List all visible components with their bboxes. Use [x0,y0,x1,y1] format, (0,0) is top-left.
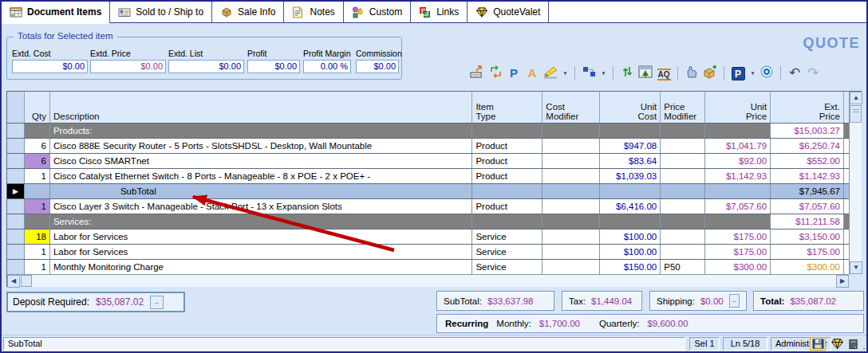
redo-button[interactable]: ↷ [805,65,821,82]
pflag-button[interactable]: P [730,65,746,82]
horizontal-scrollbar[interactable]: ◀ ▶ [7,274,849,287]
cell-cost-modifier[interactable] [542,245,600,259]
cell-ext-price[interactable]: $11,211.58 [771,214,844,229]
row-indicator[interactable] [7,199,25,214]
shipping-more-button[interactable]: .. [729,294,740,308]
cell-qty[interactable]: 1 [25,169,50,183]
cell-unit-cost[interactable]: $100.00 [600,245,661,259]
table-row[interactable]: 1Labor for ServicesService$100.00$175.00… [7,245,849,260]
cell-unit-price[interactable] [705,184,771,198]
field-value[interactable]: $0.00 [356,60,399,73]
cell-description[interactable]: Cisco Layer 3 Switch - Manageable - Stac… [50,199,472,214]
cell-unit-price[interactable] [705,214,771,229]
cell-unit-cost[interactable]: $150.00 [600,260,661,274]
header-row-indicator[interactable] [7,92,25,123]
cell-item-type[interactable]: Product [472,199,542,214]
cell-unit-cost[interactable]: $947.08 [600,139,661,153]
row-indicator[interactable] [7,245,25,259]
table-row[interactable]: 1Monthly Monitoring ChargeService$150.00… [7,260,849,274]
row-indicator[interactable] [7,169,25,183]
deposit-more-button[interactable]: .. [150,296,164,309]
cell-item-type[interactable]: Service [472,245,542,259]
cell-item-type[interactable]: Product [472,139,542,153]
field-value[interactable]: $0.00 [247,60,300,73]
table-row[interactable]: 1Cisco Catalyst Ethernet Switch - 8 Port… [7,169,849,184]
cell-qty[interactable] [25,184,50,198]
highlight-button[interactable] [542,65,558,82]
cell-item-type[interactable]: Service [472,260,542,274]
cell-unit-cost[interactable] [600,184,661,198]
cell-unit-price[interactable] [705,124,771,138]
cell-qty[interactable]: 6 [25,154,50,168]
tab-notes[interactable]: Notes [284,2,343,22]
cell-cost-modifier[interactable] [542,214,600,229]
cell-qty[interactable]: 6 [25,139,50,153]
tab-sale-info[interactable]: Sale Info [212,2,284,22]
table-row[interactable]: 1Cisco Layer 3 Switch - Manageable - Sta… [7,199,849,214]
group-row[interactable]: Products:$15,003.27 [7,124,849,139]
cell-qty[interactable]: 1 [25,199,50,214]
cell-price-modifier[interactable] [661,245,705,259]
subtotal-row[interactable]: ▶SubTotal$7,945.67 [7,184,849,199]
cell-price-modifier[interactable] [661,184,705,198]
cell-price-modifier[interactable] [661,169,705,183]
row-indicator[interactable] [7,260,25,274]
cell-ext-price[interactable]: $3,150.00 [771,229,844,244]
link-items-button[interactable] [581,65,597,82]
cell-unit-cost[interactable] [600,214,661,229]
cell-description[interactable]: Products: [50,124,472,138]
cell-price-modifier[interactable] [661,229,705,244]
cell-unit-cost[interactable]: $1,039.03 [600,169,661,183]
cell-item-type[interactable]: Service [472,229,542,244]
cell-price-modifier[interactable] [661,154,705,168]
cell-price-modifier[interactable]: P50 [661,260,705,274]
price-modifier-button[interactable]: P [506,65,522,82]
cell-unit-price[interactable]: $92.00 [705,154,771,168]
dropdown-arrow-icon[interactable]: ▼ [748,65,756,82]
add-package-button[interactable] [702,65,718,82]
scroll-down-button[interactable]: ▼ [850,261,862,274]
row-indicator[interactable] [7,229,25,244]
field-value[interactable]: $0.00 [12,60,88,73]
cell-ext-price[interactable]: $7,057.60 [771,199,844,214]
row-indicator[interactable] [7,214,25,229]
cell-description[interactable]: Services: [50,214,472,229]
table-row[interactable]: 6Cisco 888E Security Router - 5 Ports - … [7,139,849,154]
cell-price-modifier[interactable] [661,214,705,229]
cell-cost-modifier[interactable] [542,154,600,168]
cell-item-type[interactable] [472,124,542,138]
cell-item-type[interactable] [472,184,542,198]
cell-ext-price[interactable]: $1,142.93 [771,169,844,183]
picture-button[interactable] [637,65,653,82]
aq-button[interactable]: AQ [656,65,672,82]
dropdown-arrow-icon[interactable]: ▼ [599,65,607,82]
cell-price-modifier[interactable] [661,139,705,153]
field-value[interactable]: 0.00 % [303,60,351,73]
cell-description[interactable]: Cisco 888E Security Router - 5 Ports - S… [50,139,472,153]
scroll-right-button[interactable]: ▶ [836,275,849,288]
cell-unit-price[interactable]: $1,142.93 [705,169,771,183]
cell-cost-modifier[interactable] [542,124,600,138]
grab-item-button[interactable] [684,65,700,82]
cell-unit-price[interactable]: $175.00 [705,245,771,259]
cell-ext-price[interactable]: $552.00 [771,154,844,168]
cell-qty[interactable]: 18 [25,229,50,244]
cell-unit-price[interactable]: $7,057.60 [705,199,771,214]
cell-price-modifier[interactable] [661,199,705,214]
group-row[interactable]: Services:$11,211.58 [7,214,849,229]
cell-price-modifier[interactable] [661,124,705,138]
updown-arrows-button[interactable] [619,65,635,82]
cell-ext-price[interactable]: $7,945.67 [771,184,844,198]
row-indicator[interactable] [7,124,25,138]
column-header-unit-price[interactable]: Unit Price [705,92,771,123]
table-row[interactable]: 18Labor for ServicesService$100.00$175.0… [7,229,849,245]
scroll-up-button[interactable]: ▲ [850,92,862,104]
tab-sold-to-ship-to[interactable]: Sold to / Ship to [110,2,212,22]
vertical-scroll-thumb[interactable] [850,105,862,123]
cell-ext-price[interactable]: $300.00 [771,260,844,274]
cell-cost-modifier[interactable] [542,199,600,214]
cell-item-type[interactable]: Product [472,154,542,168]
refresh-prices-button[interactable] [487,65,503,82]
cell-description[interactable]: Cisco Cisco SMARTnet [50,154,472,168]
cell-unit-cost[interactable]: $6,416.00 [600,199,661,214]
